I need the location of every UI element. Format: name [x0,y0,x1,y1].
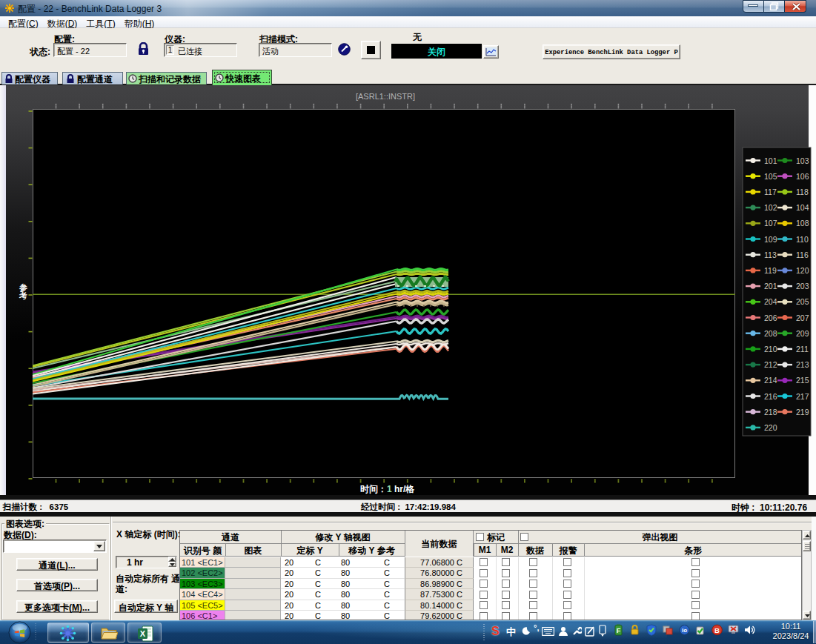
svg-text:217: 217 [796,392,809,401]
svg-text:108: 108 [796,219,809,228]
svg-text:B: B [714,626,720,634]
svg-text:211: 211 [796,345,809,353]
svg-text:105: 105 [764,172,777,181]
svg-text:X: X [140,629,146,638]
svg-text:220: 220 [764,423,777,432]
svg-text:118: 118 [796,187,809,196]
svg-text:120: 120 [796,266,809,275]
svg-text:104: 104 [796,203,809,212]
svg-text:107: 107 [764,219,777,228]
svg-text:117: 117 [764,187,777,196]
svg-text:212: 212 [764,360,777,369]
svg-text:102: 102 [764,203,777,212]
svg-text:219: 219 [796,408,809,416]
svg-text:206: 206 [764,313,777,322]
svg-text:F: F [617,627,621,634]
svg-text:113: 113 [764,250,777,259]
svg-text:204: 204 [764,297,777,306]
svg-text:201: 201 [764,282,777,291]
svg-text:209: 209 [796,329,809,338]
svg-text:213: 213 [796,360,809,369]
svg-text:101: 101 [764,156,777,165]
svg-text:218: 218 [764,408,777,416]
svg-text:103: 103 [796,156,809,165]
svg-text:203: 203 [796,282,809,291]
svg-text:io: io [682,627,687,634]
svg-text:109: 109 [764,235,777,244]
svg-text:214: 214 [764,376,777,385]
svg-text:205: 205 [796,297,809,306]
svg-text:215: 215 [796,376,809,385]
svg-text:216: 216 [764,392,777,401]
svg-text:207: 207 [796,313,809,322]
svg-text:116: 116 [796,250,809,259]
svg-text:210: 210 [764,345,777,353]
svg-text:119: 119 [764,266,777,275]
svg-text:208: 208 [764,329,777,338]
svg-text:110: 110 [796,235,809,244]
svg-text:106: 106 [796,172,809,181]
